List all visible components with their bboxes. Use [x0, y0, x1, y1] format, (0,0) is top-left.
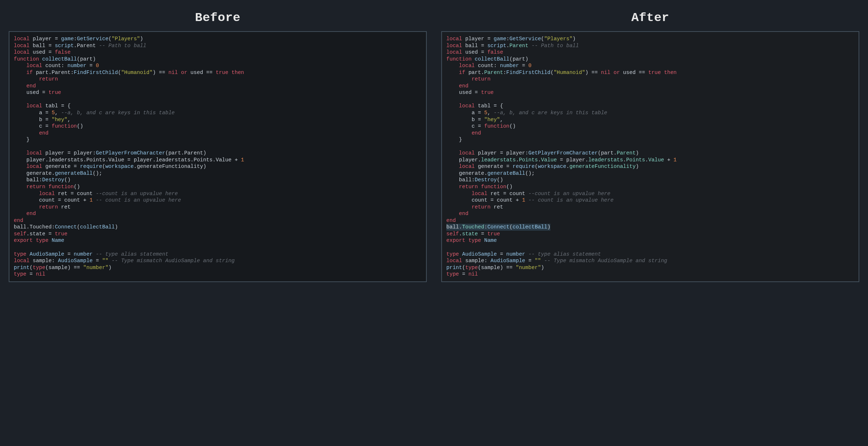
after-column: After local player = game:GetService("Pl…: [441, 11, 859, 282]
code-line: if part.Parent:FindFirstChild("Humanoid"…: [14, 70, 244, 75]
code-line: local generate = require(workspace.gener…: [14, 164, 206, 169]
code-line: local ret = count --count is an upvalue …: [14, 191, 178, 197]
code-line: ball:Destroy(): [14, 177, 71, 183]
code-line: a = 5, --a, b, and c are keys in this ta…: [446, 110, 607, 116]
code-line: local ball = script.Parent -- Path to ba…: [14, 43, 146, 49]
code-line: c = function(): [446, 123, 516, 129]
code-line: end: [14, 211, 36, 216]
code-line: type AudioSample = number -- type alias …: [446, 251, 601, 257]
code-line: local used = false: [446, 49, 503, 55]
code-line: c = function(): [14, 123, 83, 129]
code-line: if part.Parent:FindFirstChild("Humanoid"…: [446, 70, 677, 75]
code-line: self.state = true: [14, 231, 67, 237]
code-line: count = count + 1 -- count is an upvalue…: [14, 197, 181, 203]
code-line: local count: number = 0: [14, 63, 99, 69]
code-line: player.leaderstats.Points.Value = player…: [446, 157, 677, 163]
code-line: local generate = require(workspace.gener…: [446, 164, 639, 169]
code-line: used = true: [14, 90, 61, 95]
code-line: type = nil: [446, 271, 478, 277]
code-line: }: [14, 137, 30, 143]
code-line: local tabl = {: [446, 103, 503, 109]
before-column: Before local player = game:GetService("P…: [9, 11, 427, 282]
code-line: return function(): [446, 184, 513, 190]
code-line: local sample: AudioSample = "" -- Type m…: [446, 258, 667, 264]
code-line: ball.Touched:Connect(collectBall): [14, 224, 118, 230]
code-line: end: [446, 218, 456, 223]
code-line: return function(): [14, 184, 80, 190]
code-line: local player = player:GetPlayerFromChara…: [14, 150, 206, 156]
code-line: }: [446, 137, 462, 143]
code-line: b = "hey",: [14, 117, 71, 123]
code-line: generate.generateBall();: [446, 170, 535, 176]
code-line: return: [14, 76, 58, 82]
code-line: [446, 96, 450, 102]
code-line: generate.generateBall();: [14, 170, 102, 176]
code-line: [14, 244, 17, 250]
code-line: local ball = script.Parent -- Path to ba…: [446, 43, 579, 49]
code-line: local count: number = 0: [446, 63, 532, 69]
after-code: local player = game:GetService("Players"…: [441, 31, 859, 282]
code-line: return: [446, 76, 491, 82]
code-line: end: [14, 218, 23, 223]
code-line: end: [446, 211, 468, 216]
code-line: print(type(sample) == "number"): [14, 265, 112, 271]
code-line: ball.Touched:Connect(collectBall): [446, 224, 550, 231]
code-line: [14, 144, 17, 149]
code-line: function collectBall(part): [446, 56, 528, 62]
code-line: return ret: [14, 204, 71, 210]
code-line: end: [14, 83, 36, 89]
code-line: player.leaderstats.Points.Value = player…: [14, 157, 244, 163]
code-line: export type Name: [446, 238, 497, 243]
code-line: end: [14, 130, 49, 136]
code-line: local player = game:GetService("Players"…: [14, 36, 143, 42]
code-line: type = nil: [14, 271, 45, 277]
code-line: export type Name: [14, 238, 64, 243]
code-line: function collectBall(part): [14, 56, 96, 62]
code-line: a = 5, --a, b, and c are keys in this ta…: [14, 110, 175, 116]
code-line: self.state = true: [446, 231, 500, 237]
code-line: [446, 244, 450, 250]
code-line: end: [446, 130, 481, 136]
comparison-root: Before local player = game:GetService("P…: [0, 0, 868, 293]
code-line: count = count + 1 -- count is an upvalue…: [446, 197, 613, 203]
code-line: print(type(sample) == "number"): [446, 265, 544, 271]
code-line: local used = false: [14, 49, 71, 55]
before-heading: Before: [9, 11, 427, 25]
code-line: local player = player:GetPlayerFromChara…: [446, 150, 639, 156]
after-heading: After: [441, 11, 859, 25]
code-line: b = "hey",: [446, 117, 503, 123]
code-line: [14, 96, 17, 102]
code-line: type AudioSample = number -- type alias …: [14, 251, 168, 257]
code-line: return ret: [446, 204, 503, 210]
code-line: local ret = count --count is an upvalue …: [446, 191, 611, 197]
code-line: [446, 144, 450, 149]
code-line: local sample: AudioSample = "" -- Type m…: [14, 258, 235, 264]
before-code: local player = game:GetService("Players"…: [9, 31, 427, 282]
code-line: end: [446, 83, 468, 89]
code-line: used = true: [446, 90, 494, 95]
code-line: ball:Destroy(): [446, 177, 503, 183]
code-line: local player = game:GetService("Players"…: [446, 36, 576, 42]
code-line: local tabl = {: [14, 103, 71, 109]
